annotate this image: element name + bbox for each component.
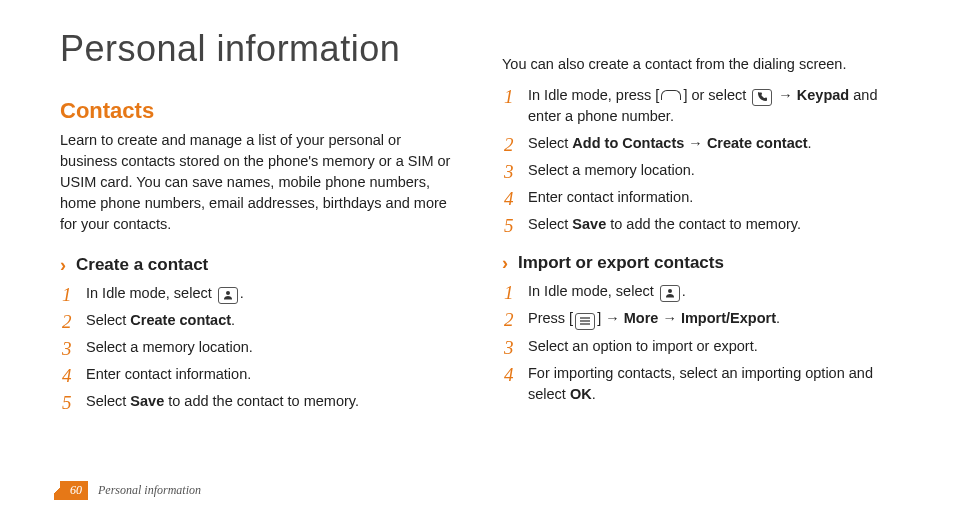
step-item: Select a memory location. (60, 337, 452, 358)
step-item: In Idle mode, select . (502, 281, 894, 302)
subheading-import-export: › Import or export contacts (502, 253, 894, 273)
step-item: Enter contact information. (60, 364, 452, 385)
step-text: In Idle mode, select (528, 283, 658, 299)
subheading-create-contact: › Create a contact (60, 255, 452, 275)
call-key-icon (661, 90, 681, 100)
step-text: . (231, 312, 235, 328)
contacts-intro: Learn to create and manage a list of you… (60, 130, 452, 235)
step-bold: Create contact (707, 135, 808, 151)
subheading-create-contact-label: Create a contact (76, 255, 208, 275)
step-text: Select (86, 312, 130, 328)
step-text: . (682, 283, 686, 299)
chevron-right-icon: › (502, 254, 508, 272)
step-bold: Import/Export (681, 310, 776, 326)
step-text: . (808, 135, 812, 151)
step-bold: Save (572, 216, 606, 232)
section-contacts-title: Contacts (60, 98, 452, 124)
step-text: . (592, 386, 596, 402)
contacts-icon (660, 285, 680, 302)
step-text: ] → (597, 310, 624, 326)
step-text: → (658, 310, 681, 326)
left-column: Personal information Contacts Learn to c… (60, 28, 452, 418)
step-item: Select Create contact. (60, 310, 452, 331)
step-bold: OK (570, 386, 592, 402)
step-bold: Add to Contacts (572, 135, 684, 151)
step-bold: More (624, 310, 659, 326)
page-footer: 60 Personal information (60, 481, 201, 500)
step-bold: Keypad (797, 87, 849, 103)
step-bold: Save (130, 393, 164, 409)
page-title: Personal information (60, 28, 452, 70)
step-item: Select a memory location. (502, 160, 894, 181)
menu-icon (575, 313, 595, 330)
create-contact-steps: In Idle mode, select . Select Create con… (60, 283, 452, 412)
step-item: Select Save to add the contact to memory… (60, 391, 452, 412)
step-text: Select (528, 216, 572, 232)
step-text: to add the contact to memory. (164, 393, 359, 409)
contacts-icon (218, 287, 238, 304)
step-item: Enter contact information. (502, 187, 894, 208)
subheading-import-export-label: Import or export contacts (518, 253, 724, 273)
step-text: In Idle mode, press [ (528, 87, 659, 103)
step-text: → (684, 135, 707, 151)
svg-point-0 (226, 291, 230, 295)
svg-point-1 (668, 289, 672, 293)
step-item: For importing contacts, select an import… (502, 363, 894, 405)
step-text: to add the contact to memory. (606, 216, 801, 232)
step-text: . (240, 285, 244, 301)
step-item: Select Add to Contacts → Create contact. (502, 133, 894, 154)
step-item: Select Save to add the contact to memory… (502, 214, 894, 235)
page-columns: Personal information Contacts Learn to c… (60, 28, 894, 418)
step-text: Select (528, 135, 572, 151)
page-number-badge: 60 (60, 481, 88, 500)
right-column: You can also create a contact from the d… (502, 28, 894, 418)
step-text: Select (86, 393, 130, 409)
step-text: . (776, 310, 780, 326)
chevron-right-icon: › (60, 256, 66, 274)
step-item: Press [] → More → Import/Export. (502, 308, 894, 330)
step-item: In Idle mode, press [] or select → Keypa… (502, 85, 894, 127)
step-text: ] or select (683, 87, 750, 103)
step-bold: Create contact (130, 312, 231, 328)
dialing-screen-lead: You can also create a contact from the d… (502, 54, 894, 75)
phone-icon (752, 89, 772, 106)
step-text: In Idle mode, select (86, 285, 216, 301)
step-text: Press [ (528, 310, 573, 326)
step-item: Select an option to import or export. (502, 336, 894, 357)
step-text: → (774, 87, 797, 103)
step-item: In Idle mode, select . (60, 283, 452, 304)
footer-section-name: Personal information (98, 483, 201, 498)
dialing-create-steps: In Idle mode, press [] or select → Keypa… (502, 85, 894, 235)
import-export-steps: In Idle mode, select . Press [] → More →… (502, 281, 894, 405)
